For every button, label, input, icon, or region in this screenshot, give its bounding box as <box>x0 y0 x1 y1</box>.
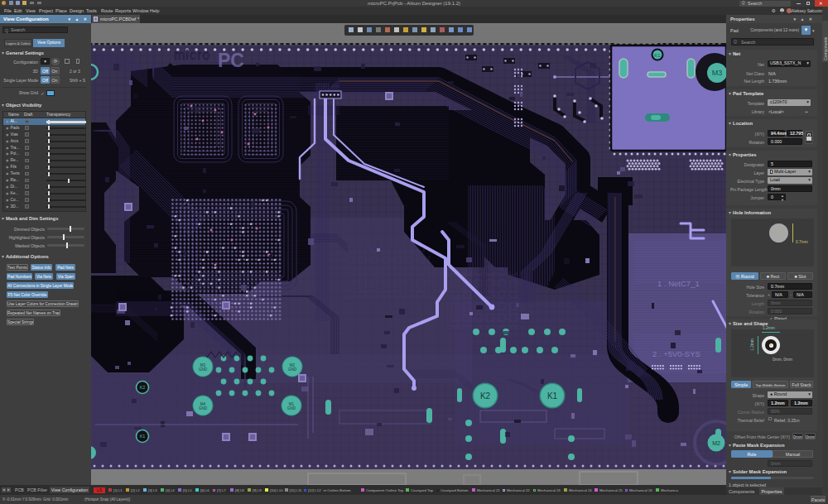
svg-text:2 . +5V0-SYS: 2 . +5V0-SYS <box>652 349 700 358</box>
svg-text:GND: GND <box>199 367 208 372</box>
svg-text:M3: M3 <box>712 69 723 77</box>
svg-text:GND: GND <box>288 367 297 372</box>
svg-text:K1: K1 <box>654 53 661 58</box>
svg-text:M2: M2 <box>712 440 720 446</box>
svg-text:GND: GND <box>287 406 296 410</box>
svg-text:1 . NetC7_1: 1 . NetC7_1 <box>657 279 700 288</box>
svg-text:PC: PC <box>218 50 244 71</box>
svg-text:K2: K2 <box>140 385 146 390</box>
svg-text:GND: GND <box>199 406 208 410</box>
svg-text:K1: K1 <box>140 434 146 439</box>
svg-text:micro: micro <box>174 48 210 62</box>
svg-text:K2: K2 <box>480 391 491 401</box>
svg-text:K1: K1 <box>547 391 558 401</box>
